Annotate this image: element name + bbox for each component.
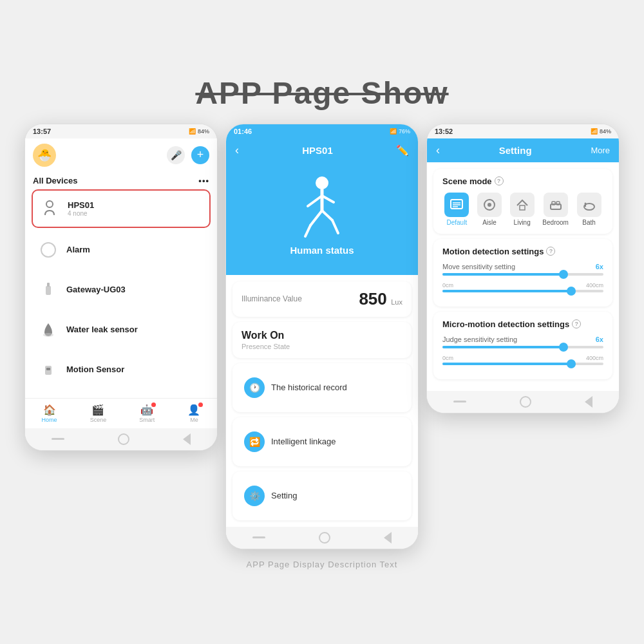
device-info-water: Water leak sensor [66, 325, 138, 334]
scene-bedroom-label: Bedroom [542, 219, 569, 226]
device-icon-gateway [37, 278, 60, 301]
device-list: HPS01 4 none Alarm [25, 189, 217, 398]
device-name-alarm: Alarm [66, 245, 90, 254]
svg-line-13 [322, 211, 332, 220]
illuminance-card: Illuminance Value 850 Lux [232, 281, 412, 317]
all-devices-bar: All Devices ••• [25, 172, 217, 189]
svg-rect-23 [552, 202, 555, 205]
device-item-motion[interactable]: Motion Sensor [32, 352, 211, 388]
scene-mode-help-icon[interactable]: ? [495, 176, 504, 185]
device-icon-alarm [37, 238, 60, 261]
move-sensitivity-value: 6x [596, 263, 603, 270]
device-sub-hps01: 4 none [68, 210, 94, 217]
scene-item-bedroom[interactable]: Bedroom [542, 193, 569, 226]
avatar: 🐣 [33, 144, 56, 167]
phone1-status-bar: 13:57 📶 84% [25, 124, 217, 138]
phone3-header: ‹ Setting More [427, 138, 619, 162]
nav-me[interactable]: 👤 Me [182, 402, 205, 424]
add-button[interactable]: + [191, 146, 209, 164]
work-on-card: Work On Presence State [232, 322, 412, 358]
device-name-motion: Motion Sensor [66, 365, 124, 374]
device-item-gateway[interactable]: Gateway-UG03 [32, 272, 211, 308]
judge-sensitivity-track[interactable] [442, 346, 603, 348]
scene-default-icon [444, 193, 469, 217]
movement-distance-thumb[interactable] [567, 287, 576, 296]
scene-item-aisle[interactable]: Aisle [477, 193, 502, 226]
judge-sensitivity-fill [442, 346, 564, 348]
device-name-water: Water leak sensor [66, 325, 138, 334]
movement-distance-track[interactable] [442, 290, 603, 292]
scene-aisle-label: Aisle [482, 219, 497, 226]
illuminance-label: Illuminance Value [242, 294, 302, 303]
scene-item-living[interactable]: Living [510, 193, 535, 226]
scene-living-label: Living [514, 219, 531, 226]
intelligent-linkage-card[interactable]: 🔁 Intelligent linkage [232, 417, 412, 466]
move-sensitivity-track[interactable] [442, 273, 603, 276]
bottom-back-icon2 [384, 532, 392, 544]
phone1-time: 13:57 [33, 128, 51, 135]
bottom-back-icon [183, 433, 191, 445]
more-dots[interactable]: ••• [198, 176, 209, 185]
micro-distance-track[interactable] [442, 363, 603, 365]
phone3-back-button[interactable]: ‹ [436, 144, 440, 157]
device-item-hps01[interactable]: HPS01 4 none [32, 189, 211, 228]
svg-rect-6 [46, 368, 50, 370]
svg-line-12 [305, 225, 310, 236]
phone3-battery: 84% [600, 128, 611, 135]
phone1-status-icons: 📶 84% [189, 128, 209, 135]
phone3-status-icons: 📶 84% [591, 128, 611, 135]
nav-scene[interactable]: 🎬 Scene [85, 402, 112, 424]
nav-home[interactable]: 🏠 Home [37, 402, 62, 424]
bottom-lines-icon3 [453, 401, 466, 402]
phone2-status-bar: 01:46 📶 76% [226, 124, 418, 138]
svg-point-0 [46, 201, 53, 207]
phone2-battery: 76% [399, 128, 410, 135]
nav-home-label: Home [42, 417, 57, 423]
micro-motion-help-icon[interactable]: ? [572, 319, 581, 328]
movement-distance-min: 0cm [442, 282, 453, 289]
historical-record-card[interactable]: 🕐 The historical record [232, 363, 412, 412]
more-button[interactable]: More [591, 146, 610, 155]
scene-icon: 🎬 [91, 404, 104, 416]
smart-icon: 🤖 [140, 404, 153, 416]
device-item-water[interactable]: Water leak sensor [32, 312, 211, 348]
svg-point-7 [316, 176, 328, 189]
human-status-label: Human status [290, 245, 354, 256]
device-item-alarm[interactable]: Alarm [32, 232, 211, 268]
scene-item-default[interactable]: Default [444, 193, 469, 226]
setting-label: Setting [271, 491, 297, 500]
scene-bath-label: Bath [582, 219, 596, 226]
judge-sensitivity-value: 6x [596, 336, 603, 343]
bottom-circle-icon3 [520, 396, 531, 408]
svg-rect-24 [556, 202, 560, 205]
nav-smart[interactable]: 🤖 Smart [134, 402, 160, 424]
home-icon: 🏠 [43, 404, 56, 416]
walking-person-icon [296, 175, 348, 240]
setting-card[interactable]: ⚙️ Setting [232, 471, 412, 520]
mic-button[interactable]: 🎤 [167, 146, 185, 164]
edit-icon[interactable]: ✏️ [396, 144, 409, 156]
svg-rect-3 [47, 283, 50, 287]
device-info-gateway: Gateway-UG03 [66, 285, 126, 294]
motion-help-icon[interactable]: ? [546, 247, 555, 256]
svg-point-27 [584, 202, 586, 204]
move-sensitivity-label: Move sensitivity setting [442, 263, 515, 270]
micro-distance-min: 0cm [442, 355, 453, 361]
me-icon: 👤 [187, 404, 200, 416]
nav-me-label: Me [190, 417, 198, 423]
phone2-time: 01:46 [234, 128, 252, 135]
scene-bath-icon [577, 193, 601, 217]
move-sensitivity-fill [442, 273, 564, 276]
illuminance-unit: Lux [391, 298, 402, 306]
scene-bedroom-icon [544, 193, 568, 217]
judge-sensitivity-thumb[interactable] [559, 343, 568, 352]
bottom-lines-icon2 [252, 536, 265, 538]
move-sensitivity-thumb[interactable] [559, 270, 568, 279]
all-devices-label: All Devices [33, 176, 77, 185]
scene-item-bath[interactable]: Bath [577, 193, 601, 226]
svg-line-11 [310, 211, 322, 225]
back-button[interactable]: ‹ [235, 144, 239, 157]
micro-distance-thumb[interactable] [567, 359, 576, 368]
movement-distance-section: 0cm 400cm [442, 282, 603, 292]
phone3: 13:52 📶 84% ‹ Setting More Scene mode ? [426, 124, 620, 413]
